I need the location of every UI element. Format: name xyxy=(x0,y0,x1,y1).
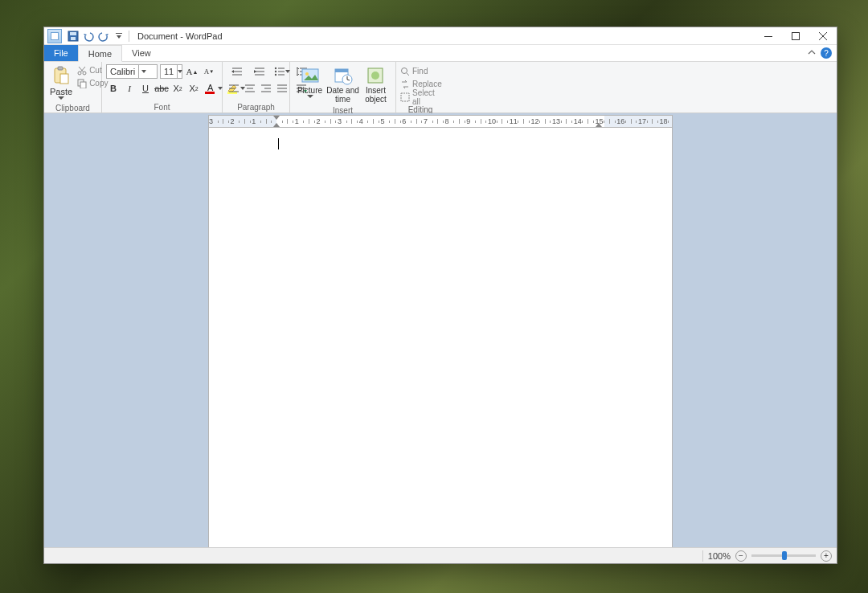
replace-icon xyxy=(400,80,410,89)
insert-picture-button[interactable]: Picture xyxy=(294,64,326,98)
svg-rect-2 xyxy=(71,37,76,40)
group-font: Calibri 11 A▲ A▼ B I U abc X2 X xyxy=(102,62,223,112)
bold-button[interactable]: B xyxy=(106,81,121,96)
close-button[interactable] xyxy=(809,27,837,45)
svg-rect-14 xyxy=(205,92,215,94)
svg-rect-5 xyxy=(792,32,800,39)
svg-rect-4 xyxy=(764,36,772,37)
title-bar: Document - WordPad xyxy=(44,27,837,45)
shrink-font-button[interactable]: A▼ xyxy=(202,64,216,79)
minimize-button[interactable] xyxy=(755,27,782,45)
undo-icon[interactable] xyxy=(82,30,95,43)
svg-text:A: A xyxy=(207,83,214,92)
zoom-slider-thumb[interactable] xyxy=(782,551,787,560)
app-icon xyxy=(47,29,62,43)
document-area: 321123456789101112131415161718 xyxy=(44,113,837,547)
group-paragraph: Paragraph xyxy=(223,62,290,112)
chevron-down-icon xyxy=(177,65,182,78)
svg-point-26 xyxy=(402,67,407,73)
redo-icon[interactable] xyxy=(97,30,110,43)
zoom-out-button[interactable]: − xyxy=(735,550,747,562)
group-label-paragraph: Paragraph xyxy=(223,103,289,112)
chevron-down-icon xyxy=(58,96,64,100)
svg-rect-7 xyxy=(58,67,63,70)
svg-point-16 xyxy=(275,67,276,69)
svg-rect-12 xyxy=(80,82,86,88)
wordpad-window: Document - WordPad File Home View ? Past… xyxy=(43,27,837,564)
svg-rect-8 xyxy=(60,74,68,84)
window-title: Document - WordPad xyxy=(137,31,223,41)
zoom-in-button[interactable]: + xyxy=(821,550,832,562)
group-insert: Picture Date and time Insert object Inse… xyxy=(290,62,396,112)
document-page[interactable] xyxy=(208,128,673,547)
font-family-value: Calibri xyxy=(107,67,138,76)
collapse-ribbon-icon[interactable] xyxy=(808,48,816,58)
strikethrough-button[interactable]: abc xyxy=(154,81,169,96)
superscript-button[interactable]: X2 xyxy=(186,81,201,96)
svg-point-20 xyxy=(305,72,309,76)
svg-rect-3 xyxy=(116,33,122,34)
zoom-slider[interactable] xyxy=(751,554,816,557)
svg-rect-22 xyxy=(335,69,348,72)
align-center-button[interactable] xyxy=(243,81,257,96)
insert-datetime-button[interactable]: Date and time xyxy=(326,64,360,104)
maximize-button[interactable] xyxy=(782,27,809,45)
font-color-button[interactable]: A xyxy=(203,81,223,96)
group-label-font: Font xyxy=(102,103,222,112)
tab-view[interactable]: View xyxy=(122,45,161,61)
svg-point-18 xyxy=(275,74,276,76)
quick-access-toolbar xyxy=(67,30,125,43)
font-size-value: 11 xyxy=(161,67,177,76)
ribbon-tabs: File Home View ? xyxy=(44,45,837,62)
tab-home[interactable]: Home xyxy=(78,45,122,62)
tab-file[interactable]: File xyxy=(44,45,78,61)
select-all-icon xyxy=(400,92,410,102)
svg-rect-27 xyxy=(401,93,409,101)
group-label-clipboard: Clipboard xyxy=(44,104,101,113)
calendar-clock-icon xyxy=(334,66,353,85)
status-bar: 100% − + xyxy=(44,547,837,563)
group-clipboard: Paste Cut Copy Clipboard xyxy=(44,62,102,112)
object-icon xyxy=(366,66,385,85)
save-icon[interactable] xyxy=(67,30,80,43)
paste-icon xyxy=(51,66,71,85)
svg-rect-1 xyxy=(70,32,76,35)
grow-font-button[interactable]: A▲ xyxy=(185,64,199,79)
scissors-icon xyxy=(77,66,87,76)
paste-label: Paste xyxy=(50,87,72,96)
svg-point-17 xyxy=(275,71,276,72)
text-cursor xyxy=(278,138,279,149)
subscript-button[interactable]: X2 xyxy=(170,81,185,96)
justify-button[interactable] xyxy=(275,81,289,96)
underline-button[interactable]: U xyxy=(138,81,153,96)
chevron-down-icon xyxy=(138,65,148,78)
select-all-button[interactable]: Select all xyxy=(400,91,440,103)
window-controls xyxy=(755,27,837,45)
italic-button[interactable]: I xyxy=(122,81,137,96)
ribbon: Paste Cut Copy Clipboard xyxy=(44,62,837,113)
align-left-button[interactable] xyxy=(227,81,241,96)
align-right-button[interactable] xyxy=(259,81,273,96)
chevron-down-icon xyxy=(307,95,313,98)
insert-object-button[interactable]: Insert object xyxy=(360,64,391,104)
copy-icon xyxy=(77,79,87,88)
decrease-indent-button[interactable] xyxy=(227,64,248,79)
increase-indent-button[interactable] xyxy=(249,64,270,79)
group-editing: Find Replace Select all Editing xyxy=(396,62,444,112)
paste-button[interactable]: Paste xyxy=(48,64,74,101)
font-size-combo[interactable]: 11 xyxy=(160,64,182,79)
picture-icon xyxy=(301,66,320,85)
horizontal-ruler[interactable]: 321123456789101112131415161718 xyxy=(208,115,673,128)
qat-customize-dropdown[interactable] xyxy=(113,30,125,43)
svg-point-25 xyxy=(371,72,379,80)
font-family-combo[interactable]: Calibri xyxy=(106,64,158,79)
find-button[interactable]: Find xyxy=(400,65,428,77)
zoom-value: 100% xyxy=(708,551,731,561)
separator xyxy=(129,31,129,42)
help-icon[interactable]: ? xyxy=(821,47,832,59)
search-icon xyxy=(400,67,410,76)
